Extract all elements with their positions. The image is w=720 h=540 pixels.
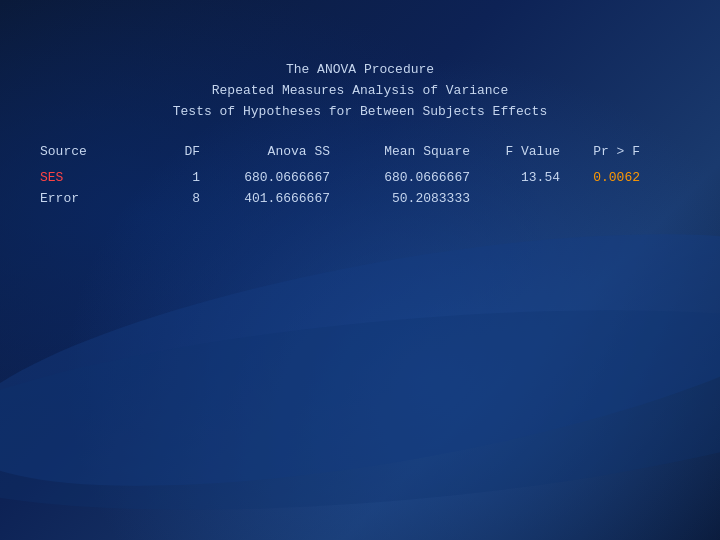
header-df: DF xyxy=(120,142,200,162)
cell-error-df: 8 xyxy=(120,189,200,209)
cell-error-anova-ss: 401.6666667 xyxy=(200,189,330,209)
title-line-1: The ANOVA Procedure xyxy=(30,60,690,81)
cell-ses-pr-f: 0.0062 xyxy=(560,168,640,188)
header-pr-f: Pr > F xyxy=(560,142,640,162)
cell-ses-anova-ss: 680.0666667 xyxy=(200,168,330,188)
header-mean-square: Mean Square xyxy=(330,142,470,162)
cell-ses-df: 1 xyxy=(120,168,200,188)
header-source: Source xyxy=(40,142,120,162)
anova-table: Source DF Anova SS Mean Square F Value P… xyxy=(30,142,690,209)
cell-error-pr-f xyxy=(560,189,640,209)
cell-error-source: Error xyxy=(40,189,120,209)
main-content: The ANOVA Procedure Repeated Measures An… xyxy=(0,0,720,241)
header-anova-ss: Anova SS xyxy=(200,142,330,162)
table-row-ses: SES 1 680.0666667 680.0666667 13.54 0.00… xyxy=(40,168,690,188)
cell-error-mean-square: 50.2083333 xyxy=(330,189,470,209)
cell-ses-source: SES xyxy=(40,168,120,188)
table-row-error: Error 8 401.6666667 50.2083333 xyxy=(40,189,690,209)
title-section: The ANOVA Procedure Repeated Measures An… xyxy=(30,60,690,122)
header-f-value: F Value xyxy=(470,142,560,162)
cell-ses-f-value: 13.54 xyxy=(470,168,560,188)
title-line-2: Repeated Measures Analysis of Variance xyxy=(30,81,690,102)
cell-ses-mean-square: 680.0666667 xyxy=(330,168,470,188)
table-header-row: Source DF Anova SS Mean Square F Value P… xyxy=(40,142,690,162)
cell-error-f-value xyxy=(470,189,560,209)
title-line-3: Tests of Hypotheses for Between Subjects… xyxy=(30,102,690,123)
